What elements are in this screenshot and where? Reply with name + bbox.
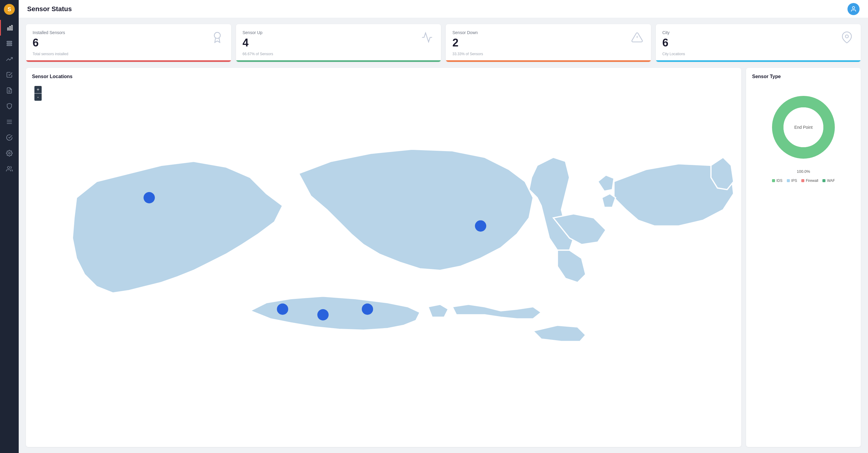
svg-rect-3 (7, 41, 12, 42)
city-value: 6 (662, 37, 685, 49)
bottom-row: Sensor Locations + - (26, 68, 861, 447)
city-label: City (662, 30, 685, 35)
svg-point-21 (317, 309, 329, 320)
sidebar-navigation (0, 20, 19, 177)
sidebar-item-verify[interactable] (0, 130, 19, 145)
map-title: Sensor Locations (32, 74, 735, 79)
svg-point-13 (852, 6, 855, 8)
stat-card-down: Sensor Down 2 33.33% of Sensors (446, 24, 651, 62)
stat-card-installed: Installed Sensors 6 Total sensors instal… (26, 24, 231, 62)
stat-card-up: Sensor Up 4 66.67% of Sensors (236, 24, 441, 62)
sensor-type-legend: IDS IPS Firewall WAF (772, 179, 835, 183)
page-header: Sensor Status (19, 0, 868, 18)
svg-point-11 (8, 152, 10, 154)
svg-rect-0 (7, 28, 8, 30)
user-avatar[interactable] (847, 3, 860, 15)
stat-card-city: City 6 City Locations (656, 24, 861, 62)
svg-point-18 (144, 192, 155, 203)
file-text-icon (6, 87, 13, 94)
down-value: 2 (453, 37, 483, 49)
down-sub: 33.33% of Sensors (453, 52, 483, 56)
user-icon (850, 6, 857, 12)
up-sub: 66.67% of Sensors (243, 52, 273, 56)
donut-center-label: End Point (794, 125, 813, 130)
svg-point-22 (475, 220, 486, 231)
page-content: Installed Sensors 6 Total sensors instal… (19, 18, 868, 453)
sensor-type-title: Sensor Type (752, 74, 855, 79)
up-bar (236, 60, 441, 62)
ids-dot (772, 179, 775, 182)
up-label: Sensor Up (243, 30, 273, 35)
svg-rect-5 (7, 45, 12, 46)
installed-icon (210, 30, 224, 45)
sidebar: S (0, 0, 19, 453)
sidebar-item-notes[interactable] (0, 83, 19, 98)
zoom-out-button[interactable]: - (34, 94, 42, 101)
up-value: 4 (243, 37, 273, 49)
sidebar-item-shield[interactable] (0, 98, 19, 114)
up-icon (420, 30, 434, 45)
legend-firewall: Firewall (801, 179, 818, 183)
sidebar-item-trend[interactable] (0, 51, 19, 67)
sidebar-logo: S (0, 0, 19, 19)
city-sub: City Locations (662, 52, 685, 56)
city-icon (840, 30, 854, 45)
map-pin-icon (841, 31, 853, 43)
legend-waf: WAF (823, 179, 835, 183)
sidebar-item-list[interactable] (0, 36, 19, 51)
settings-icon (6, 150, 13, 157)
sidebar-item-dashboard[interactable] (0, 20, 19, 36)
check-square-icon (6, 71, 13, 78)
map-panel: Sensor Locations + - (26, 68, 741, 447)
sidebar-item-settings[interactable] (0, 145, 19, 161)
firewall-label: Firewall (806, 179, 818, 183)
ips-dot (787, 179, 790, 182)
installed-value: 6 (33, 37, 68, 49)
svg-rect-2 (11, 25, 12, 30)
bar-chart-icon (7, 25, 13, 31)
page-title: Sensor Status (27, 5, 72, 13)
ips-label: IPS (791, 179, 797, 183)
svg-point-20 (362, 303, 373, 315)
activity-icon (421, 31, 433, 43)
installed-label: Installed Sensors (33, 30, 68, 35)
app-logo: S (4, 4, 15, 15)
trending-up-icon (6, 56, 13, 62)
users-icon (6, 166, 13, 172)
alert-triangle-icon (631, 31, 643, 43)
city-bar (656, 60, 861, 62)
installed-bar (26, 60, 231, 62)
check-circle-icon (6, 134, 13, 141)
svg-rect-4 (7, 43, 12, 44)
waf-dot (823, 179, 826, 182)
svg-point-17 (845, 35, 848, 38)
svg-point-12 (7, 166, 10, 169)
ids-label: IDS (777, 179, 783, 183)
legend-ids: IDS (772, 179, 783, 183)
down-label: Sensor Down (453, 30, 483, 35)
menu-icon (6, 119, 13, 125)
sidebar-item-check[interactable] (0, 67, 19, 83)
zoom-in-button[interactable]: + (34, 86, 42, 93)
firewall-dot (801, 179, 804, 182)
svg-point-14 (214, 32, 220, 38)
sensor-type-panel: Sensor Type End Point 100.0% (746, 68, 861, 447)
svg-point-19 (277, 303, 288, 315)
down-bar (446, 60, 651, 62)
list-icon (6, 40, 13, 47)
sidebar-item-users[interactable] (0, 161, 19, 177)
map-container: + - (32, 84, 735, 441)
indonesia-map-svg (32, 84, 735, 441)
shield-icon (6, 103, 13, 109)
donut-percent: 100.0% (797, 169, 810, 174)
main-content: Sensor Status Installed Sensors 6 Total … (19, 0, 868, 453)
stat-cards-row: Installed Sensors 6 Total sensors instal… (26, 24, 861, 62)
award-icon (211, 31, 223, 43)
legend-ips: IPS (787, 179, 797, 183)
donut-chart: End Point (769, 93, 838, 162)
svg-rect-1 (9, 26, 10, 30)
installed-sub: Total sensors installed (33, 52, 68, 56)
sidebar-item-menu[interactable] (0, 114, 19, 130)
waf-label: WAF (827, 179, 835, 183)
down-icon (630, 30, 644, 45)
